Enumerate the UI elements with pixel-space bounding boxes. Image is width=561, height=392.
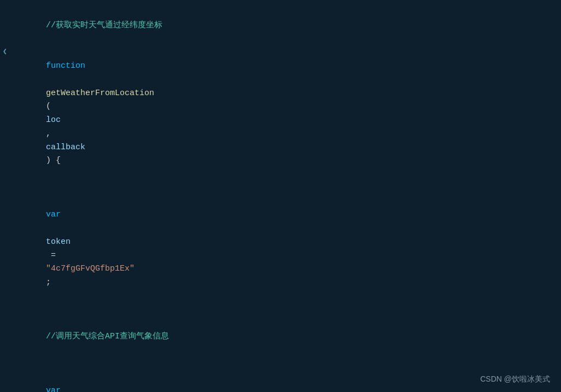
fold-icon-1[interactable]: ❮	[3, 46, 7, 57]
line-2: ❮ function getWeatherFromLocation ( loc …	[11, 46, 561, 182]
line-1: //获取实时天气通过经纬度坐标	[11, 5, 561, 46]
line-3: var token = "4c7fgGFvQGfbp1Ex" ;	[11, 182, 561, 303]
code-editor: //获取实时天气通过经纬度坐标 ❮ function getWeatherFro…	[0, 0, 561, 392]
line-5: var api = `https://api.caiyunapp.com/v2.…	[11, 358, 561, 393]
func-name: getWeatherFromLocation	[46, 89, 154, 98]
line-4: //调用天气综合API查询气象信息	[11, 303, 561, 358]
comment-1: //获取实时天气通过经纬度坐标	[46, 21, 162, 30]
watermark: CSDN @饮啦冰美式	[480, 373, 550, 385]
keyword-function-1: function	[46, 61, 85, 71]
